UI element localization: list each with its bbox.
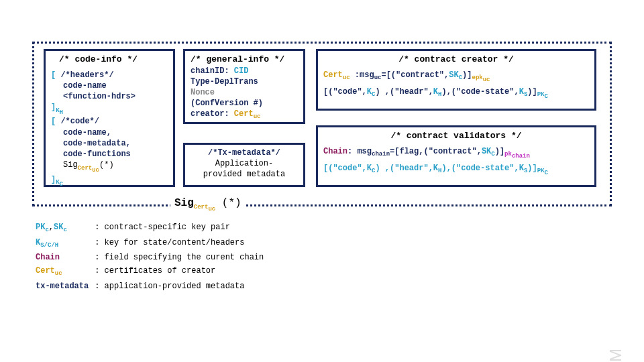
cid: CID [234,66,249,76]
key-kc: KC [56,179,63,186]
legend-row: PKc,SKc: contract-specific key pair [35,221,268,235]
key-kh: KH [56,107,63,114]
bracket-open-code: [ [51,117,60,126]
legend-row: Certuc: certificates of creator [35,265,268,279]
conf-version: (ConfVersion #) [191,98,298,109]
tx-metadata-title: /*Tx-metadata*/ [191,147,298,158]
tx-meta-2: provided metadata [191,169,298,180]
creator-line1: Certuc :msguc=[("contract",SKC)]epkuc [323,70,589,84]
contract-creator-box: /* contract creator */ Certuc :msguc=[("… [316,49,596,111]
validators-line1: Chain: msgchain=[flag,("contract",SKC)]p… [323,146,589,160]
code-comment: /*code*/ [60,117,99,126]
sig-label: SigCertuc (*) [170,197,246,213]
function-hdrs: <function-hdrs> [51,91,168,102]
diagram-outer: /* code-info */ [ /*headers*/ code-name … [32,42,612,206]
general-info-title: /* general-info */ [191,54,298,66]
code-name: code-name [51,80,168,91]
tx-meta-1: Application- [191,158,298,169]
type-depl: Type-DeplTrans [191,76,298,87]
general-info-box: /* general-info */ chainID: CID Type-Dep… [183,49,305,124]
code-functions: code-functions [51,149,168,160]
legend-row: KS/C/H: key for state/content/headers [35,237,268,251]
code-metadata: code-metadata, [51,138,168,149]
bracket-open: [ [51,70,60,80]
tx-metadata-box: /*Tx-metadata*/ Application- provided me… [183,143,305,187]
creator-line2: [("code",KC) ,("headr",KH),("code-state"… [323,86,589,101]
code-name2: code-name, [51,127,168,138]
sig-cert: SigCertuc(*) [51,160,168,174]
legend-row: Chain: field specifying the curent chain [35,251,268,263]
headers-comment: /*headers*/ [60,70,113,80]
brand-watermark: IBM [606,347,625,362]
creator-label: creator: [191,109,234,119]
contract-validators-box: /* contract validators */ Chain: msgchai… [316,125,596,187]
chainid-label: chainID: [191,66,234,76]
code-info-title: /* code-info */ [51,54,168,66]
creator-cert: Certuc [234,109,261,119]
legend: PKc,SKc: contract-specific key pair KS/C… [34,220,269,294]
nonce: Nonce [191,87,298,98]
validators-title: /* contract validators */ [323,130,589,142]
creator-title: /* contract creator */ [323,54,589,66]
legend-row: tx-metadata: application-provided metada… [35,280,268,292]
validators-line2: [("code",KC) ,("headr",KH),("code-state"… [323,163,589,177]
code-info-box: /* code-info */ [ /*headers*/ code-name … [44,49,175,187]
